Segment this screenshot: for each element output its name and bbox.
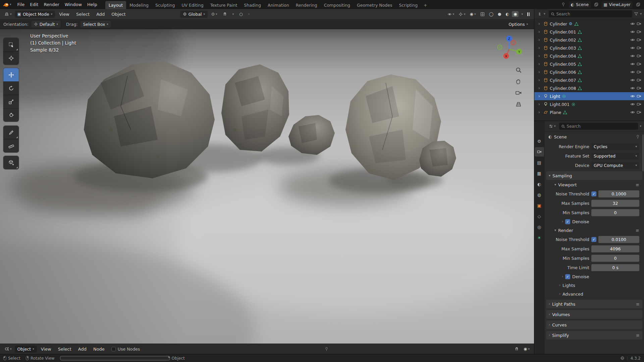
object-name[interactable]: Cylinder <box>550 21 567 26</box>
add-cube-tool[interactable] <box>3 156 19 169</box>
snap-settings-dropdown[interactable]: ▾ <box>231 12 236 17</box>
panel-curves[interactable]: › Curves <box>546 320 642 329</box>
expand-icon[interactable]: › <box>538 21 542 26</box>
outliner-row-cylinder-002[interactable]: › Cylinder.002 <box>534 36 644 44</box>
eye-icon[interactable] <box>630 46 635 50</box>
camera-icon[interactable] <box>637 29 641 34</box>
object-name[interactable]: Cylinder.001 <box>550 29 576 35</box>
shader-menu-node[interactable]: Node <box>91 345 107 354</box>
eye-icon[interactable] <box>630 21 635 26</box>
feature-set-dropdown[interactable]: Supported ▾ <box>591 153 639 160</box>
outliner-row-cylinder-004[interactable]: › Cylinder.004 <box>534 52 644 60</box>
pause-button[interactable] <box>526 11 531 17</box>
camera-icon[interactable] <box>637 110 641 115</box>
select-box-tool[interactable] <box>3 38 19 51</box>
overlays-dropdown[interactable]: ◉ ▾ <box>468 11 478 17</box>
expand-icon[interactable]: › <box>562 220 563 223</box>
viewport-menu-select[interactable]: Select <box>73 10 92 19</box>
workspace-tab-modeling[interactable]: Modeling <box>126 1 152 9</box>
new-viewlayer-button[interactable] <box>635 1 641 8</box>
3d-viewport[interactable]: User Perspective (1) Collection | Light … <box>0 29 534 344</box>
workspace-tab-texture-paint[interactable]: Texture Paint <box>207 1 241 9</box>
xray-toggle[interactable] <box>479 11 486 17</box>
shading-wireframe-button[interactable]: ◯ <box>487 11 495 17</box>
camera-icon[interactable] <box>637 78 641 82</box>
eye-icon[interactable] <box>630 62 635 66</box>
object-name[interactable]: Cylinder.003 <box>550 46 576 51</box>
rotate-tool[interactable] <box>3 81 19 95</box>
camera-icon[interactable] <box>637 46 641 50</box>
tab-render[interactable] <box>535 147 544 157</box>
outliner-search-input[interactable] <box>556 12 631 16</box>
tab-object-data[interactable]: ☀ <box>535 233 544 242</box>
gizmos-dropdown[interactable]: ▾ <box>457 11 467 17</box>
expand-icon[interactable]: › <box>538 70 542 74</box>
subpanel-viewport[interactable]: ▾ Viewport ≡ <box>544 180 644 189</box>
tab-output[interactable]: ▤ <box>535 158 544 167</box>
camera-view-icon[interactable] <box>515 89 522 96</box>
expand-icon[interactable]: › <box>538 54 542 58</box>
properties-search-input[interactable] <box>567 124 636 129</box>
outliner-row-cylinder-006[interactable]: › Cylinder.006 <box>534 68 644 76</box>
eye-icon[interactable] <box>630 94 635 99</box>
add-workspace-button[interactable]: + <box>421 1 430 9</box>
render-engine-dropdown[interactable]: Cycles ▾ <box>591 143 639 150</box>
eye-icon[interactable] <box>630 70 635 74</box>
subpanel-lights[interactable]: › Lights <box>544 281 644 290</box>
proportional-falloff-dropdown[interactable]: ▾ <box>247 12 252 17</box>
network-icon[interactable] <box>620 356 625 360</box>
outliner-row-cylinder-005[interactable]: › Cylinder.005 <box>534 60 644 68</box>
workspace-tab-layout[interactable]: Layout <box>105 1 126 9</box>
shading-dropdown[interactable]: ▾ <box>520 12 525 17</box>
min-samples-field[interactable]: 0 <box>591 209 639 216</box>
menu-render[interactable]: Render <box>41 0 62 9</box>
ortho-grid-icon[interactable] <box>515 101 522 108</box>
camera-icon[interactable] <box>637 62 641 66</box>
outliner-search[interactable] <box>549 10 633 17</box>
outliner-row-light[interactable]: › Light <box>534 92 644 100</box>
tab-world[interactable]: ◍ <box>535 190 544 199</box>
chevron-down-icon[interactable]: ▾ <box>640 12 642 15</box>
min-samples-field[interactable]: 0 <box>591 255 639 262</box>
workspace-tab-sculpting[interactable]: Sculpting <box>152 1 178 9</box>
subpanel-advanced[interactable]: › Advanced <box>544 290 644 298</box>
workspace-tab-scripting[interactable]: Scripting <box>395 1 421 9</box>
panel-light-paths[interactable]: › Light Paths ≡ <box>546 300 642 308</box>
measure-tool[interactable] <box>3 139 19 153</box>
panel-sampling[interactable]: ▾ Sampling <box>546 171 642 180</box>
panel-volumes[interactable]: › Volumes <box>546 310 642 319</box>
tab-physics[interactable]: ◎ <box>535 222 544 232</box>
presets-menu-icon[interactable]: ≡ <box>636 302 640 307</box>
eye-icon[interactable] <box>630 29 635 34</box>
shader-snap-toggle[interactable] <box>513 346 521 352</box>
transform-orientation-dropdown[interactable]: Global ▾ <box>180 11 208 18</box>
shader-menu-view[interactable]: View <box>38 345 54 354</box>
workspace-tab-animation[interactable]: Animation <box>264 1 292 9</box>
menu-edit[interactable]: Edit <box>27 0 41 9</box>
expand-icon[interactable]: › <box>538 102 542 107</box>
outliner-row-cylinder-003[interactable]: › Cylinder.003 <box>534 44 644 52</box>
chevron-down-icon[interactable]: ▾ <box>640 125 641 128</box>
object-name[interactable]: Cylinder.002 <box>550 38 576 43</box>
shading-material-button[interactable]: ◐ <box>504 11 511 17</box>
editor-type-button[interactable]: ▾ <box>3 11 13 17</box>
tab-object[interactable]: ▣ <box>535 201 544 210</box>
panel-simplify[interactable]: › Simplify ≡ <box>546 331 642 340</box>
expand-icon[interactable]: › <box>538 62 542 66</box>
expand-icon[interactable]: › <box>538 94 542 99</box>
outliner-row-light-001[interactable]: › Light.001 <box>534 100 644 108</box>
denoise-checkbox[interactable]: ✓ <box>565 274 570 279</box>
camera-icon[interactable] <box>637 86 641 90</box>
tab-view-layer[interactable]: ▦ <box>535 169 544 178</box>
pan-hand-icon[interactable] <box>515 78 522 85</box>
menu-file[interactable]: File <box>15 0 28 9</box>
workspace-tab-rendering[interactable]: Rendering <box>292 1 321 9</box>
presets-menu-icon[interactable]: ≡ <box>636 182 639 187</box>
denoise-checkbox[interactable]: ✓ <box>565 219 570 224</box>
drag-dropdown[interactable]: Select Box ▾ <box>80 21 111 27</box>
expand-icon[interactable]: › <box>538 110 542 115</box>
navigation-gizmo[interactable]: Z Y X <box>494 34 525 65</box>
expand-icon[interactable]: › <box>538 46 542 50</box>
object-name[interactable]: Cylinder.005 <box>550 62 576 67</box>
use-nodes-checkbox[interactable] <box>111 347 116 351</box>
